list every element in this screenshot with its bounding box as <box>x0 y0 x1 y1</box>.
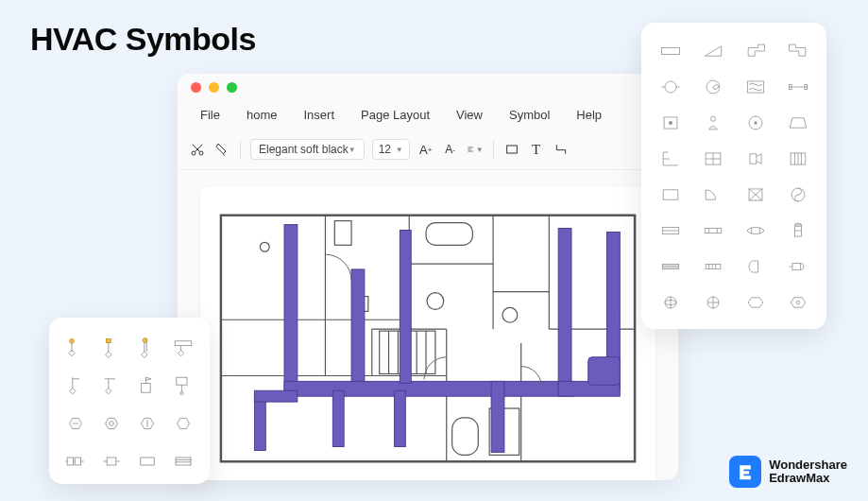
svg-rect-126 <box>107 458 116 465</box>
symbol-person-icon[interactable] <box>695 110 730 136</box>
symbol-fitting-icon[interactable] <box>738 146 773 172</box>
menu-home[interactable]: home <box>233 104 291 126</box>
page-title: HVAC Symbols <box>30 21 256 58</box>
chevron-down-icon: ▼ <box>349 146 356 154</box>
symbol-trapezoid-icon[interactable] <box>780 110 815 136</box>
symbol-hex-c-icon[interactable] <box>132 408 162 439</box>
symbol-quarter-icon[interactable] <box>695 181 730 208</box>
symbol-oval-icon[interactable] <box>738 217 773 244</box>
symbol-boxdot-icon[interactable] <box>653 110 688 136</box>
symbol-hex-icon[interactable] <box>738 289 773 316</box>
menu-page-layout[interactable]: Page Layout <box>348 104 443 126</box>
symbol-box-stem-icon[interactable] <box>168 371 198 401</box>
close-icon[interactable] <box>191 82 201 93</box>
symbol-hex-probe-icon[interactable] <box>132 333 162 363</box>
svg-rect-68 <box>663 190 678 199</box>
svg-rect-103 <box>106 338 111 342</box>
svg-rect-36 <box>400 231 411 384</box>
decrease-font-icon[interactable]: A- <box>442 141 459 158</box>
symbol-grid-icon[interactable] <box>695 146 730 172</box>
symbol-hex-probe-icon[interactable] <box>60 333 91 363</box>
symbol-hex-plain-icon[interactable] <box>168 408 198 439</box>
svg-rect-38 <box>558 229 571 389</box>
symbol-bar-icon[interactable] <box>695 217 730 244</box>
symbol-panel-lines-icon[interactable] <box>780 146 815 172</box>
menu-view[interactable]: View <box>443 104 496 126</box>
symbol-elbow-l-icon[interactable] <box>780 38 815 64</box>
menu-symbol[interactable]: Symbol <box>496 104 563 126</box>
symbol-rect-icon[interactable] <box>653 38 688 64</box>
symbol-hex2-icon[interactable] <box>780 289 815 316</box>
drawing-canvas[interactable] <box>200 187 655 480</box>
text-tool-icon[interactable]: T <box>528 141 545 158</box>
hvac-symbol-panel-right <box>641 23 826 329</box>
symbol-slot-icon[interactable] <box>653 253 688 280</box>
svg-rect-51 <box>747 81 763 93</box>
symbol-vent-sm-icon[interactable] <box>168 446 198 476</box>
symbol-rect3-icon[interactable] <box>653 217 688 244</box>
cut-icon[interactable] <box>189 141 206 158</box>
symbol-hex-line-icon[interactable] <box>60 371 91 401</box>
svg-point-29 <box>502 307 518 322</box>
symbol-plug-hex-icon[interactable] <box>168 333 198 363</box>
edrawmax-logo-icon <box>729 456 761 488</box>
font-size-select[interactable]: 12 ▼ <box>372 139 410 160</box>
symbol-tri-icon[interactable] <box>695 38 730 64</box>
symbol-valve-icon[interactable] <box>653 74 688 100</box>
symbol-db-plug-icon[interactable] <box>60 446 91 476</box>
svg-point-78 <box>747 228 763 234</box>
minimize-icon[interactable] <box>209 82 219 93</box>
symbol-vent-icon[interactable] <box>695 253 730 280</box>
symbol-circledot-icon[interactable] <box>738 110 773 136</box>
font-select[interactable]: Elegant soft black ▼ <box>250 139 365 160</box>
svg-rect-34 <box>351 269 365 394</box>
symbol-box-flag-icon[interactable] <box>132 371 162 401</box>
svg-rect-43 <box>254 390 297 402</box>
format-painter-icon[interactable] <box>213 141 230 158</box>
svg-rect-35 <box>284 381 573 396</box>
svg-rect-44 <box>332 390 344 446</box>
symbol-hex-probe-icon[interactable] <box>96 333 127 363</box>
symbol-elbow-icon[interactable] <box>738 38 773 64</box>
svg-rect-32 <box>452 418 479 455</box>
symbol-hex-bar-icon[interactable] <box>96 371 127 401</box>
symbol-grid <box>653 38 815 316</box>
symbol-box-x-icon[interactable] <box>738 181 773 208</box>
svg-point-101 <box>70 338 75 343</box>
svg-rect-33 <box>284 225 298 395</box>
symbol-coil-icon[interactable] <box>780 253 815 280</box>
svg-rect-37 <box>491 381 504 452</box>
symbol-cyl-icon[interactable] <box>780 217 815 244</box>
menu-file[interactable]: File <box>187 104 233 126</box>
svg-rect-129 <box>141 458 154 465</box>
svg-point-99 <box>796 301 799 303</box>
symbol-plug-sm-icon[interactable] <box>96 446 127 476</box>
symbol-pipe-icon[interactable] <box>780 74 815 100</box>
shape-rect-icon[interactable] <box>503 141 520 158</box>
svg-point-119 <box>110 422 114 426</box>
svg-point-57 <box>710 116 715 121</box>
align-icon[interactable]: ▼ <box>467 141 484 158</box>
symbol-hex-b-icon[interactable] <box>96 408 127 439</box>
toolbar: Elegant soft black ▼ 12 ▼ A+ A- ▼ T <box>178 133 678 170</box>
menu-help[interactable]: Help <box>563 104 615 126</box>
increase-font-icon[interactable]: A+ <box>417 141 434 158</box>
symbol-frame-icon[interactable] <box>653 146 688 172</box>
symbol-yin-icon[interactable] <box>780 181 815 208</box>
symbol-fan-icon[interactable] <box>695 74 730 100</box>
svg-rect-75 <box>705 228 721 233</box>
symbol-rect-sm-icon[interactable] <box>132 446 162 476</box>
menu-insert[interactable]: Insert <box>290 104 348 126</box>
symbol-globe-icon[interactable] <box>653 289 688 316</box>
connector-icon[interactable] <box>553 141 570 158</box>
symbol-capsule-icon[interactable] <box>738 253 773 280</box>
symbol-wave-icon[interactable] <box>738 74 773 100</box>
symbol-rect2-icon[interactable] <box>653 181 688 208</box>
svg-rect-87 <box>706 264 721 268</box>
symbol-crosscirc-icon[interactable] <box>695 289 730 316</box>
maximize-icon[interactable] <box>227 82 237 93</box>
brand-badge: Wondershare EdrawMax <box>729 456 847 488</box>
symbol-hex-a-icon[interactable] <box>60 408 91 439</box>
brand-line1: Wondershare <box>769 458 847 472</box>
chevron-down-icon: ▼ <box>476 146 484 154</box>
